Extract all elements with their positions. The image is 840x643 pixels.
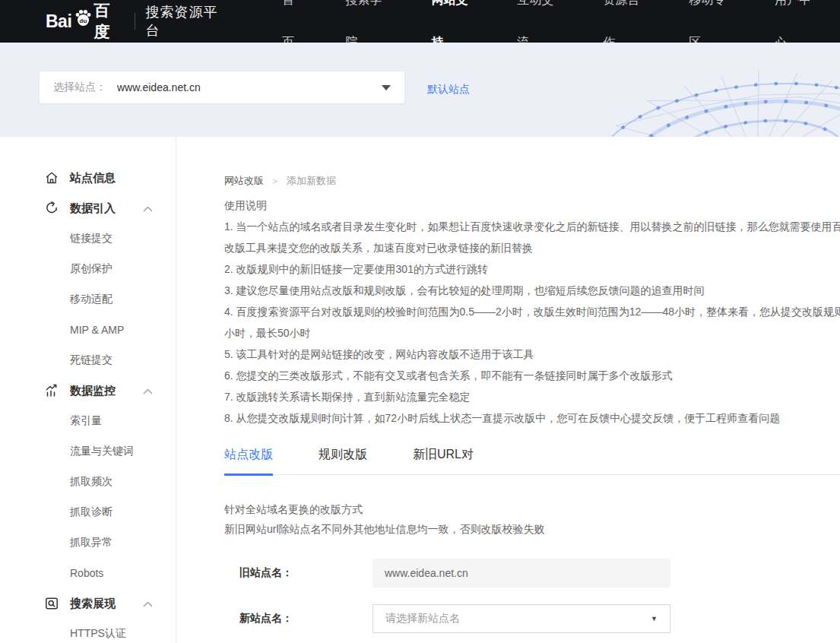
site-selector-value: www.eidea.net.cn (117, 81, 201, 93)
caret-down-icon[interactable] (382, 85, 391, 90)
instruction-line: 6. 您提交的三类改版形式，不能有交叉或者包含关系，即不能有一条链接同时属于多个… (224, 365, 840, 386)
site-selector-banner: 选择站点： www.eidea.net.cn 默认站点 (0, 43, 840, 137)
sidebar-item-label: HTTPS认证 (70, 627, 126, 641)
site-selector[interactable]: 选择站点： www.eidea.net.cn (40, 71, 404, 103)
instruction-line: 改版工具来提交您的改版关系，加速百度对已收录链接的新旧替换 (224, 237, 840, 258)
tab-description: 针对全站域名更换的改版方式 新旧网站url除站点名不同外其他地址信息均一致，否则… (224, 499, 840, 539)
sidebar-item-robots[interactable]: Robots (0, 558, 176, 588)
logo-divider (135, 13, 135, 30)
sidebar-item-original-protection[interactable]: 原创保护 (0, 254, 176, 284)
sidebar-item-label: 抓取异常 (70, 536, 113, 550)
sidebar-item-label: 链接提交 (70, 232, 113, 245)
instruction-line: 8. 从您提交改版规则时间计算，如72小时后线上状态一直提示改版中，您可在反馈中… (224, 407, 840, 429)
instruction-line: 小时，最长50小时 (224, 322, 840, 344)
display-icon (44, 596, 59, 611)
sidebar-item-site-info[interactable]: 站点信息 (0, 163, 176, 193)
caret-down-icon: ▼ (651, 615, 658, 622)
sidebar-item-label: 数据监控 (70, 384, 143, 398)
logo-text-bai: Bai (46, 11, 71, 32)
top-nav: Bai du 百度 搜索资源平台 首页 搜索学院 网站支持 互动交流 资源合作 … (0, 0, 840, 43)
sidebar-item-label: 搜索展现 (70, 597, 143, 611)
logo-product-name: 搜索资源平台 (145, 3, 227, 40)
instruction-line: 7. 改版跳转关系请长期保持，直到新站流量完全稳定 (224, 386, 840, 407)
sidebar-item-mip-amp[interactable]: MIP & AMP (0, 315, 176, 345)
site-revision-form: 旧站点名： www.eidea.net.cn 新站点名： 请选择新站点名 ▼ (224, 559, 840, 633)
logo-text-baidu-cn: 百度 (94, 0, 123, 43)
instruction-line: 2. 改版规则中的新旧链接一定要使用301的方式进行跳转 (224, 258, 840, 280)
old-site-value: www.eidea.net.cn (385, 567, 468, 579)
home-icon (44, 170, 59, 185)
import-icon (44, 201, 59, 216)
instruction-line: 1. 当一个站点的域名或者目录发生变化时，如果想让百度快速收录变化之后的新链接、… (224, 216, 840, 237)
content-area: 网站改版 ＞ 添加新数据 使用说明 1. 当一个站点的域名或者目录发生变化时，如… (176, 137, 840, 643)
sidebar-item-crawl-diagnosis[interactable]: 抓取诊断 (0, 497, 176, 527)
new-site-row: 新站点名： 请选择新站点名 ▼ (224, 604, 840, 633)
sidebar-item-label: 抓取频次 (70, 475, 113, 489)
sidebar-item-label: 流量与关键词 (70, 445, 134, 458)
sidebar-item-label: 抓取诊断 (70, 505, 113, 519)
baidu-paw-icon: du (73, 8, 93, 31)
instruction-line: 5. 该工具针对的是网站链接的改变，网站内容改版不适用于该工具 (224, 344, 840, 365)
old-site-row: 旧站点名： www.eidea.net.cn (224, 559, 840, 588)
sidebar-item-label: MIP & AMP (70, 324, 124, 336)
sidebar: 站点信息 数据引入 链接提交 原创保护 移动适配 MIP & AMP 死链提交 (0, 137, 176, 643)
sidebar-item-crawl-frequency[interactable]: 抓取频次 (0, 467, 176, 497)
svg-text:du: du (80, 17, 87, 24)
baidu-logo[interactable]: Bai du 百度 搜索资源平台 (46, 0, 227, 43)
tab-description-line2: 新旧网站url除站点名不同外其他地址信息均一致，否则改版校验失败 (224, 519, 840, 539)
sidebar-group-search-display[interactable]: 搜索展现 (0, 588, 176, 619)
main-area: 站点信息 数据引入 链接提交 原创保护 移动适配 MIP & AMP 死链提交 (0, 137, 840, 643)
sidebar-item-label: 原创保护 (70, 262, 113, 276)
site-selector-label: 选择站点： (53, 81, 106, 94)
sidebar-item-label: 死链提交 (70, 353, 113, 367)
sidebar-group-data-monitor[interactable]: 数据监控 (0, 375, 176, 406)
tab-rule-revision[interactable]: 规则改版 (319, 447, 367, 474)
sidebar-item-label: 数据引入 (70, 201, 143, 216)
sidebar-item-dead-link-submit[interactable]: 死链提交 (0, 345, 176, 375)
instructions-title: 使用说明 (224, 195, 840, 216)
sidebar-item-label: 移动适配 (70, 293, 113, 306)
chevron-up-icon[interactable] (143, 597, 153, 610)
sidebar-item-https-cert[interactable]: HTTPS认证 (0, 619, 176, 643)
instruction-line: 3. 建议您尽量使用站点改版和规则改版，会有比较短的处理周期，也缩短后续您反馈问… (224, 280, 840, 301)
tab-site-revision[interactable]: 站点改版 (224, 447, 273, 476)
instruction-line: 4. 百度搜索资源平台对改版规则的校验时间范围为0.5——2小时，改版生效时间范… (224, 301, 840, 322)
sidebar-group-data-import[interactable]: 数据引入 (0, 193, 176, 223)
sidebar-item-mobile-adaptation[interactable]: 移动适配 (0, 284, 176, 315)
breadcrumb: 网站改版 ＞ 添加新数据 (224, 173, 840, 188)
old-site-input[interactable]: www.eidea.net.cn (372, 559, 670, 588)
default-site-link[interactable]: 默认站点 (427, 43, 470, 137)
chevron-up-icon[interactable] (143, 384, 153, 398)
sidebar-item-index-volume[interactable]: 索引量 (0, 406, 176, 436)
nav-item-mobile-zone-label: 移动专区 (689, 0, 725, 49)
new-site-label: 新站点名： (224, 612, 372, 626)
revision-tabs: 站点改版 规则改版 新旧URL对 (224, 447, 840, 475)
breadcrumb-site-revision[interactable]: 网站改版 (224, 174, 264, 188)
breadcrumb-separator-icon: ＞ (271, 175, 280, 188)
tab-description-line1: 针对全站域名更换的改版方式 (224, 499, 840, 519)
sidebar-item-label: 站点信息 (70, 171, 176, 185)
new-site-placeholder: 请选择新站点名 (385, 612, 460, 626)
new-site-select[interactable]: 请选择新站点名 ▼ (372, 604, 670, 633)
sidebar-item-label: Robots (70, 567, 103, 579)
sidebar-item-crawl-errors[interactable]: 抓取异常 (0, 527, 176, 558)
tab-url-pairs[interactable]: 新旧URL对 (413, 447, 474, 474)
breadcrumb-add-new-data: 添加新数据 (287, 174, 336, 188)
wireframe-globe-graphic (612, 43, 840, 137)
sidebar-item-traffic-keywords[interactable]: 流量与关键词 (0, 436, 176, 467)
sidebar-item-link-submit[interactable]: 链接提交 (0, 223, 176, 254)
old-site-label: 旧站点名： (224, 566, 372, 580)
sidebar-item-label: 索引量 (70, 414, 102, 428)
monitor-icon (44, 383, 59, 398)
chevron-up-icon[interactable] (143, 201, 153, 215)
